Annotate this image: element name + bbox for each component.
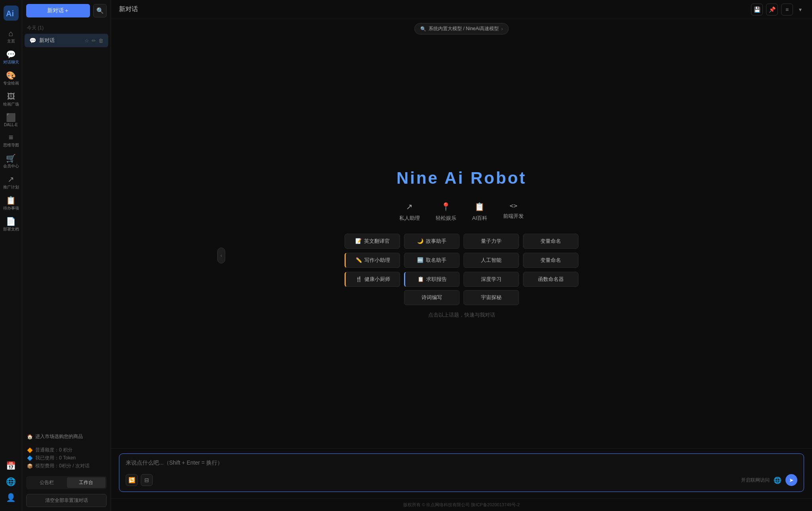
chip-writing[interactable]: ✏️ 写作小助理: [345, 253, 400, 268]
category-ai-encyclopedia[interactable]: 📋 AI百科: [472, 202, 487, 222]
input-bottom-bar: 🔁 ⊟ 开启联网访问 🌐 ➤: [126, 474, 797, 486]
tokens-icon: 🔷: [27, 455, 33, 461]
center-content: Nine Ai Robot ↗ 私人助理 📍 轻松娱乐 📋 AI百科 <> 前端…: [111, 38, 812, 448]
writing-icon: ✏️: [356, 257, 362, 263]
sidebar-item-docs[interactable]: 📄 部署文档: [1, 214, 21, 235]
chat-item-actions: ☆ ✏ 🗑: [84, 38, 103, 44]
chat-input[interactable]: [126, 459, 797, 469]
chip-deep-learning[interactable]: 深度学习: [463, 272, 519, 287]
breadcrumb-bar: 🔍 系统内置大模型 / NineAi高速模型 ›: [111, 19, 812, 38]
sidebar-item-chat[interactable]: 💬 对话聊天: [1, 47, 21, 68]
chip-func-naming[interactable]: 函数命名器: [523, 272, 578, 287]
chip-naming[interactable]: 🔤 取名助手: [404, 253, 460, 268]
input-box: 🔁 ⊟ 开启联网访问 🌐 ➤: [119, 453, 804, 492]
main-area: 新对话 💾 📌 ≡ ▾ ‹ 🔍 系统内置大模型 / NineAi高速模型 ›: [111, 0, 812, 511]
chat-item-label: 新对话: [39, 37, 84, 44]
frontend-icon: <>: [510, 202, 517, 209]
chat-delete-icon[interactable]: 🗑: [98, 38, 103, 44]
chat-edit-icon[interactable]: ✏: [92, 38, 96, 44]
sidebar-item-globe[interactable]: 🌐: [1, 474, 21, 489]
personal-assistant-icon: ↗: [406, 202, 413, 211]
sidebar-item-home[interactable]: ⌂ 主页: [1, 26, 21, 47]
robot-title: Nine Ai Robot: [396, 169, 527, 188]
left-panel-top: 新对话＋ 🔍: [22, 0, 111, 21]
member-icon: 🛒: [6, 154, 16, 162]
gallery-icon: 🖼: [7, 92, 15, 100]
sidebar-item-drawing[interactable]: 🎨 专业绘画: [1, 68, 21, 89]
menu-icon: ≡: [785, 6, 789, 13]
chip-ai[interactable]: 人工智能: [463, 253, 519, 268]
chip-varname1[interactable]: 变量命名: [523, 234, 578, 249]
home-icon: ⌂: [8, 29, 13, 37]
job-icon: 📋: [417, 276, 424, 282]
mindmap-icon: ≡: [9, 133, 13, 141]
chip-poetry[interactable]: 诗词编写: [404, 290, 460, 305]
section-today-label: 今天 (1): [22, 21, 111, 33]
credits-icon: 🔶: [27, 448, 33, 453]
sidebar-item-gallery[interactable]: 🖼 绘画广场: [1, 89, 21, 110]
globe-icon[interactable]: 🌐: [774, 476, 781, 484]
clear-chats-button[interactable]: 清空全部非置顶对话: [26, 494, 107, 507]
chat-item-icon: 💬: [29, 37, 36, 44]
chevron-left-icon: ‹: [220, 253, 222, 258]
globe-icon: 🌐: [6, 478, 16, 486]
sidebar-item-calendar[interactable]: 📅: [1, 459, 21, 473]
header-menu-button[interactable]: ≡: [781, 4, 793, 15]
stat-model-cost: 📦 模型费用：0积分 / 次对话: [27, 463, 106, 469]
sidebar-item-member[interactable]: 🛒 会员中心: [1, 151, 21, 172]
calendar-icon: 📅: [6, 462, 16, 470]
market-icon: 🏠: [27, 434, 33, 440]
encyclopedia-icon: 📋: [475, 202, 485, 211]
sidebar-tabs: 公告栏 工作台: [26, 476, 107, 489]
input-area: 🔁 ⊟ 开启联网访问 🌐 ➤: [111, 448, 812, 498]
sidebar-item-promo[interactable]: ↗ 推广计划: [1, 172, 21, 193]
market-link[interactable]: 🏠 进入市场选购您的商品: [22, 429, 111, 444]
chat-pin-icon[interactable]: ☆: [84, 38, 89, 44]
send-button[interactable]: ➤: [785, 474, 797, 486]
chip-quantum[interactable]: 量子力学: [463, 234, 519, 249]
drawing-icon: 🎨: [6, 71, 16, 79]
sidebar-item-profile[interactable]: 👤: [1, 490, 21, 505]
input-refresh-button[interactable]: 🔁: [126, 474, 138, 486]
save-icon: 💾: [754, 6, 760, 13]
entertainment-icon: 📍: [441, 202, 451, 211]
category-frontend-dev[interactable]: <> 前端开发: [503, 202, 524, 222]
header-actions: 💾 📌 ≡ ▾: [751, 4, 804, 15]
docs-icon: 📄: [6, 217, 16, 225]
stat-credits: 🔶 普通额度：0 积分: [27, 447, 106, 453]
chip-universe[interactable]: 宇宙探秘: [463, 290, 519, 305]
model-cost-icon: 📦: [27, 463, 33, 469]
header-more-button[interactable]: ▾: [796, 4, 804, 15]
left-panel: 新对话＋ 🔍 今天 (1) 💬 新对话 ☆ ✏ 🗑 🏠 进入市场选购您的商品 🔶…: [22, 0, 111, 511]
collapse-panel-button[interactable]: ‹: [217, 248, 225, 263]
chip-story[interactable]: 🌙 故事助手: [404, 234, 460, 249]
header-pin-button[interactable]: 📌: [766, 4, 778, 15]
chip-job-report[interactable]: 📋 求职报告: [404, 272, 460, 287]
profile-icon: 👤: [6, 494, 16, 501]
sidebar-item-todo[interactable]: 📋 待办事项: [1, 193, 21, 214]
chat-list-item[interactable]: 💬 新对话 ☆ ✏ 🗑: [25, 34, 108, 47]
app-logo: Ai: [4, 6, 19, 21]
breadcrumb-text: 系统内置大模型 / NineAi高速模型: [429, 25, 499, 32]
chip-varname2[interactable]: 变量命名: [523, 253, 578, 268]
search-button[interactable]: 🔍: [93, 4, 107, 17]
breadcrumb[interactable]: 🔍 系统内置大模型 / NineAi高速模型 ›: [414, 23, 509, 35]
header-save-button[interactable]: 💾: [751, 4, 763, 15]
input-stop-button[interactable]: ⊟: [141, 474, 153, 486]
tab-bulletin[interactable]: 公告栏: [27, 477, 66, 488]
sidebar-nav: Ai ⌂ 主页 💬 对话聊天 🎨 专业绘画 🖼 绘画广场 ⬛ DALL-E ≡ …: [0, 0, 22, 511]
sidebar-bottom: 📅 🌐 👤: [1, 459, 21, 511]
input-right-actions: 开启联网访问 🌐 ➤: [741, 474, 797, 486]
main-header: 新对话 💾 📌 ≡ ▾: [111, 0, 812, 19]
chat-icon: 💬: [6, 50, 16, 58]
chip-chef[interactable]: 🍴 健康小厨师: [345, 272, 400, 287]
category-personal-assistant[interactable]: ↗ 私人助理: [399, 202, 420, 222]
tab-workspace[interactable]: 工作台: [67, 477, 106, 488]
story-icon: 🌙: [417, 238, 423, 244]
sidebar-item-mindmap[interactable]: ≡ 思维导图: [1, 130, 21, 151]
breadcrumb-arrow: ›: [501, 26, 503, 32]
category-entertainment[interactable]: 📍 轻松娱乐: [436, 202, 456, 222]
sidebar-item-dalle[interactable]: ⬛ DALL-E: [1, 110, 21, 130]
chip-translate[interactable]: 📝 英文翻译官: [345, 234, 400, 249]
new-chat-button[interactable]: 新对话＋: [26, 4, 90, 17]
